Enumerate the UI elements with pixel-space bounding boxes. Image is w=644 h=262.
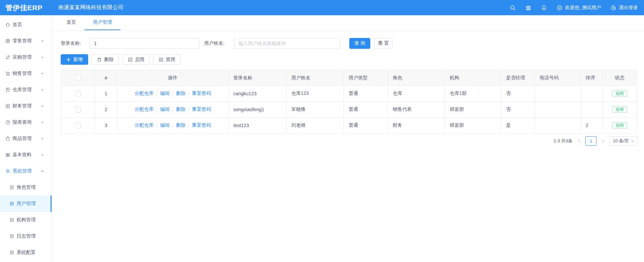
assign-warehouse-link[interactable]: 分配仓库 bbox=[135, 106, 154, 113]
home-icon bbox=[5, 22, 11, 27]
link-divider bbox=[173, 123, 173, 128]
welcome-text: 欢迎您, 测试用户 bbox=[565, 5, 601, 11]
app-logo: 管伊佳ERP bbox=[0, 3, 51, 13]
cell-role: 仓库 bbox=[388, 86, 445, 102]
cell-org: 仓库1部 bbox=[445, 86, 501, 102]
cell-manager: 否 bbox=[501, 86, 535, 102]
link-divider bbox=[189, 92, 189, 96]
add-button-label: 新增 bbox=[73, 57, 83, 63]
sidebar-item-sales[interactable]: 销售管理 bbox=[0, 65, 52, 82]
row-checkbox[interactable] bbox=[75, 123, 81, 128]
login-name-input[interactable] bbox=[90, 38, 199, 49]
enable-button[interactable]: 启用 bbox=[122, 54, 150, 65]
sidebar-item-system-config[interactable]: 系统配置 bbox=[0, 244, 52, 261]
page-size-select[interactable]: 10 条/页 bbox=[609, 136, 638, 146]
edit-link[interactable]: 编辑 bbox=[160, 90, 170, 97]
select-all-checkbox[interactable] bbox=[75, 75, 81, 81]
query-button[interactable]: 查 询 bbox=[349, 38, 370, 49]
link-divider bbox=[157, 92, 157, 96]
chevron-down-icon bbox=[631, 139, 634, 143]
cell-index: 2 bbox=[95, 102, 117, 118]
document-icon bbox=[9, 185, 15, 190]
page-number-button[interactable]: 1 bbox=[585, 136, 597, 146]
bank-icon[interactable] bbox=[525, 5, 531, 11]
sidebar-item-retail[interactable]: 零售管理 bbox=[0, 33, 52, 49]
delete-link[interactable]: 删除 bbox=[176, 90, 186, 97]
link-divider bbox=[189, 123, 189, 128]
cell-index: 3 bbox=[95, 118, 117, 134]
table-row: 2 分配仓库 编辑 删除 重置密码 songxiaofeng1 宋晓锋 普通 销… bbox=[61, 102, 637, 118]
cell-type: 普通 bbox=[344, 102, 388, 118]
assign-warehouse-link[interactable]: 分配仓库 bbox=[135, 122, 154, 128]
sidebar-item-warehouse[interactable]: 仓库管理 bbox=[0, 82, 52, 98]
next-page-icon[interactable] bbox=[600, 138, 606, 144]
edit-link[interactable]: 编辑 bbox=[160, 106, 170, 113]
main-content: 首页 用户管理 登录名称: 用户姓名: 查 询 重 置 新增 删除 启用 禁用 bbox=[52, 15, 644, 262]
document-icon bbox=[9, 250, 15, 255]
enable-button-label: 启用 bbox=[135, 57, 144, 63]
col-type: 用户类型 bbox=[344, 70, 388, 86]
app-header: 管伊佳ERP 南通某某网络科技有限公司 欢迎您, 测试用户 退出登录 bbox=[0, 0, 644, 15]
sidebar-item-label: 销售管理 bbox=[13, 70, 32, 77]
sidebar-item-purchase[interactable]: 采购管理 bbox=[0, 49, 52, 65]
warehouse-icon bbox=[5, 87, 11, 93]
chevron-up-icon bbox=[41, 169, 44, 173]
sidebar-item-user-mgmt[interactable]: 用户管理 bbox=[0, 196, 52, 212]
row-checkbox[interactable] bbox=[75, 91, 81, 97]
sidebar-item-log-mgmt[interactable]: 日志管理 bbox=[0, 228, 52, 244]
prev-page-icon[interactable] bbox=[576, 138, 582, 144]
cell-role: 财务 bbox=[388, 118, 445, 134]
reset-password-link[interactable]: 重置密码 bbox=[192, 90, 211, 97]
toolbar: 新增 删除 启用 禁用 bbox=[61, 54, 644, 65]
login-name-label: 登录名称: bbox=[61, 40, 81, 46]
bell-icon[interactable] bbox=[541, 5, 547, 11]
delete-link[interactable]: 删除 bbox=[176, 122, 186, 128]
sidebar-item-reports[interactable]: 报表查询 bbox=[0, 114, 52, 130]
col-role: 角色 bbox=[388, 70, 445, 86]
row-actions: 分配仓库 编辑 删除 重置密码 bbox=[119, 106, 227, 113]
logout-text: 退出登录 bbox=[619, 5, 638, 11]
reset-button[interactable]: 重 置 bbox=[374, 38, 393, 49]
table-body: 1 分配仓库 编辑 删除 重置密码 cangku123 仓库123 普通 仓库 … bbox=[61, 86, 637, 134]
user-name-label: 用户姓名: bbox=[204, 40, 225, 46]
tab-user-mgmt[interactable]: 用户管理 bbox=[84, 15, 120, 30]
table-row: 3 分配仓库 编辑 删除 重置密码 test123 刘老根 普通 财务 研发部 … bbox=[61, 118, 637, 134]
col-status: 状态 bbox=[603, 70, 637, 86]
search-icon[interactable] bbox=[510, 5, 516, 11]
sidebar-item-home[interactable]: 首页 bbox=[0, 17, 52, 33]
delete-link[interactable]: 删除 bbox=[176, 106, 186, 113]
sidebar-item-goods[interactable]: 商品管理 bbox=[0, 130, 52, 147]
sidebar-item-role-mgmt[interactable]: 角色管理 bbox=[0, 179, 52, 196]
reset-password-link[interactable]: 重置密码 bbox=[192, 122, 211, 128]
chevron-down-icon bbox=[41, 121, 44, 124]
sidebar-item-label: 角色管理 bbox=[17, 184, 36, 190]
edit-link[interactable]: 编辑 bbox=[160, 122, 170, 128]
company-name: 南通某某网络科技有限公司 bbox=[58, 4, 123, 11]
user-menu[interactable]: 欢迎您, 测试用户 bbox=[557, 5, 601, 11]
link-divider bbox=[173, 92, 173, 96]
user-name-input[interactable] bbox=[234, 38, 340, 49]
cell-phone bbox=[535, 102, 581, 118]
sidebar-item-system[interactable]: 系统管理 bbox=[0, 163, 52, 179]
sidebar-item-org-mgmt[interactable]: 机构管理 bbox=[0, 212, 52, 228]
tab-home[interactable]: 首页 bbox=[58, 15, 84, 30]
logout-button[interactable]: 退出登录 bbox=[610, 5, 638, 11]
delete-button[interactable]: 删除 bbox=[92, 54, 119, 65]
bag-icon bbox=[5, 136, 11, 141]
reset-password-link[interactable]: 重置密码 bbox=[192, 106, 211, 113]
sidebar-item-label: 系统配置 bbox=[17, 249, 36, 256]
assign-warehouse-link[interactable]: 分配仓库 bbox=[135, 90, 154, 97]
trash-icon bbox=[97, 57, 102, 62]
col-name: 用户姓名 bbox=[287, 70, 344, 86]
page-size-value: 10 条/页 bbox=[613, 138, 629, 144]
cell-org: 研发部 bbox=[445, 102, 501, 118]
disable-button[interactable]: 禁用 bbox=[153, 54, 181, 65]
sidebar-item-basic-data[interactable]: 基本资料 bbox=[0, 147, 52, 163]
sidebar-item-finance[interactable]: 财务管理 bbox=[0, 98, 52, 114]
cell-type: 普通 bbox=[344, 86, 388, 102]
row-actions: 分配仓库 编辑 删除 重置密码 bbox=[119, 90, 227, 97]
col-phone: 电话号码 bbox=[535, 70, 581, 86]
add-button[interactable]: 新增 bbox=[61, 54, 88, 65]
sidebar-item-label: 仓库管理 bbox=[13, 87, 32, 93]
row-checkbox[interactable] bbox=[75, 107, 81, 113]
